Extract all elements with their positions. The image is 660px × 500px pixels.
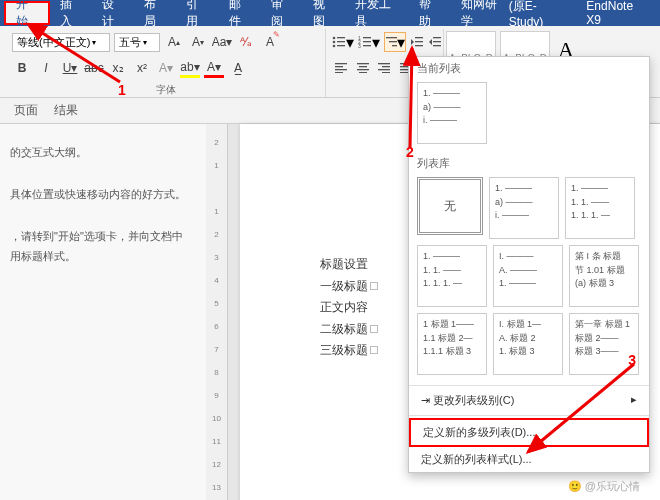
tab-help[interactable]: 帮助 <box>409 0 451 26</box>
change-list-level-menuitem[interactable]: ⇥ 更改列表级别(C) ▸ <box>409 388 649 413</box>
numbering-button[interactable]: 123▾ <box>358 32 380 52</box>
svg-rect-27 <box>357 69 369 70</box>
tab-view[interactable]: 视图 <box>303 0 345 26</box>
svg-rect-7 <box>363 37 371 38</box>
list-thumb[interactable]: 1 标题 1——1.1 标题 2—1.1.1 标题 3 <box>417 313 487 375</box>
change-case-button[interactable]: Aa▾ <box>212 32 232 52</box>
menubar: 开始 插入 设计 布局 引用 邮件 审阅 视图 开发工具 帮助 知网研学 (原E… <box>0 0 660 26</box>
svg-rect-15 <box>415 37 423 38</box>
list-thumb[interactable]: I. 标题 1—A. 标题 21. 标题 3 <box>493 313 563 375</box>
svg-rect-25 <box>357 63 369 64</box>
svg-rect-28 <box>359 72 367 73</box>
bullets-button[interactable]: ▾ <box>332 32 354 52</box>
char-border-button[interactable]: A̲ <box>228 58 248 78</box>
dropdown-section-library: 列表库 <box>409 152 649 173</box>
text-effect-button[interactable]: A▾ <box>156 58 176 78</box>
svg-point-2 <box>333 41 336 44</box>
list-thumb[interactable]: 第 I 条 标题节 1.01 标题(a) 标题 3 <box>569 245 639 307</box>
svg-rect-5 <box>337 45 345 46</box>
grow-font-button[interactable]: A▴ <box>164 32 184 52</box>
svg-point-4 <box>333 45 336 48</box>
list-thumb[interactable]: I. ———A. ———1. ——— <box>493 245 563 307</box>
tab-layout[interactable]: 布局 <box>134 0 176 26</box>
shrink-font-button[interactable]: A▾ <box>188 32 208 52</box>
svg-rect-21 <box>335 63 347 64</box>
font-size-select[interactable]: 五号▾ <box>114 33 160 52</box>
svg-rect-12 <box>386 37 397 38</box>
list-thumb-none[interactable]: 无 <box>417 177 483 235</box>
svg-rect-32 <box>382 72 390 73</box>
svg-rect-18 <box>433 37 441 38</box>
subtab-result[interactable]: 结果 <box>54 102 78 119</box>
svg-rect-3 <box>337 41 345 42</box>
font-color-button[interactable]: A▾ <box>204 58 224 78</box>
svg-rect-31 <box>378 69 390 70</box>
svg-rect-24 <box>335 72 343 73</box>
svg-rect-11 <box>363 45 371 46</box>
list-thumb[interactable]: 1. ———1. 1. ——1. 1. 1. — <box>565 177 635 239</box>
clear-format-button[interactable]: A✎ <box>260 32 280 52</box>
svg-rect-20 <box>433 45 441 46</box>
svg-rect-19 <box>433 41 441 42</box>
svg-rect-13 <box>389 41 397 42</box>
list-thumb-current[interactable]: 1. ———a) ———i. ——— <box>417 82 487 144</box>
svg-rect-23 <box>335 69 347 70</box>
dropdown-section-current: 当前列表 <box>409 57 649 78</box>
svg-text:3: 3 <box>358 43 361 48</box>
align-left-button[interactable] <box>332 58 350 78</box>
tab-mail[interactable]: 邮件 <box>219 0 261 26</box>
font-group-label: 字体 <box>12 83 319 97</box>
underline-button[interactable]: U▾ <box>60 58 80 78</box>
highlight-button[interactable]: ab▾ <box>180 58 200 78</box>
strike-button[interactable]: abc <box>84 58 104 78</box>
multilevel-list-button[interactable]: ▾ <box>384 32 406 52</box>
tab-design[interactable]: 设计 <box>92 0 134 26</box>
superscript-button[interactable]: x² <box>132 58 152 78</box>
svg-rect-1 <box>337 37 345 38</box>
svg-rect-17 <box>415 45 423 46</box>
define-new-list-style-menuitem[interactable]: 定义新的列表样式(L)... <box>409 447 649 472</box>
subtab-page[interactable]: 页面 <box>14 102 38 119</box>
svg-rect-9 <box>363 41 371 42</box>
font-name-select[interactable]: 等线(中文正文)▾ <box>12 33 110 52</box>
phonetic-button[interactable]: ᴬ⁄ₐ <box>236 32 256 52</box>
italic-button[interactable]: I <box>36 58 56 78</box>
tab-zhiwang[interactable]: 知网研学 (原E-Study) <box>451 0 576 26</box>
define-new-multilevel-list-menuitem[interactable]: 定义新的多级列表(D)... <box>409 418 649 447</box>
list-thumb[interactable]: 1. ———a) ———i. ——— <box>489 177 559 239</box>
svg-rect-29 <box>378 63 390 64</box>
svg-rect-30 <box>382 66 390 67</box>
tab-insert[interactable]: 插入 <box>50 0 92 26</box>
svg-rect-14 <box>392 45 397 46</box>
multilevel-list-dropdown: 当前列表 1. ———a) ———i. ——— 列表库 无 1. ———a) —… <box>408 56 650 473</box>
svg-rect-26 <box>359 66 367 67</box>
navigation-pane: 的交互式大纲。 具体位置或快速移动内容的好方式。 ，请转到"开始"选项卡，并向文… <box>0 124 206 500</box>
tab-endnote[interactable]: EndNote X9 <box>576 0 656 26</box>
align-right-button[interactable] <box>376 58 394 78</box>
decrease-indent-button[interactable] <box>410 32 424 52</box>
tab-references[interactable]: 引用 <box>176 0 218 26</box>
svg-rect-16 <box>415 41 423 42</box>
align-center-button[interactable] <box>354 58 372 78</box>
watermark: @乐玩心情 <box>568 479 640 494</box>
svg-rect-22 <box>335 66 343 67</box>
subscript-button[interactable]: x₂ <box>108 58 128 78</box>
svg-point-0 <box>333 37 336 40</box>
list-thumb[interactable]: 1. ———1. 1. ——1. 1. 1. — <box>417 245 487 307</box>
tab-start[interactable]: 开始 <box>4 1 50 25</box>
vertical-ruler: 21 12345678910111213141516 <box>206 124 228 500</box>
bold-button[interactable]: B <box>12 58 32 78</box>
list-thumb[interactable]: 第一章 标题 1标题 2——标题 3—— <box>569 313 639 375</box>
tab-developer[interactable]: 开发工具 <box>345 0 409 26</box>
increase-indent-button[interactable] <box>428 32 442 52</box>
tab-review[interactable]: 审阅 <box>261 0 303 26</box>
